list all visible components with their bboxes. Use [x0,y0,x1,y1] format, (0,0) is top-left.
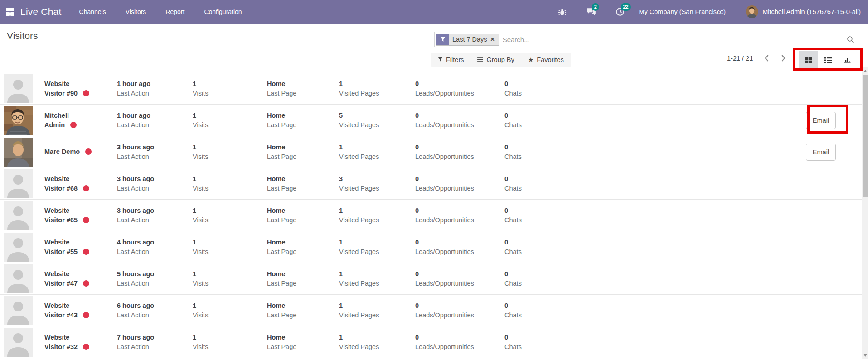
pager-next-icon[interactable] [781,54,786,62]
last-page-label: Last Page [267,215,339,225]
visitor-row[interactable]: Website Visitor #68 3 hours ago Last Act… [0,168,862,200]
group-by-label: Group By [486,56,514,63]
search-bar: Last 7 Days ✕ [434,32,859,47]
list-view-button[interactable] [818,51,838,69]
apps-menu-icon[interactable] [6,8,14,16]
visited-pages-label: Visited Pages [339,152,415,162]
menu-item-configuration[interactable]: Configuration [201,6,244,17]
last-action-label: Last Action [117,247,193,257]
last-page-label: Last Page [267,120,339,130]
visitor-row[interactable]: Website Visitor #32 7 hours ago Last Act… [0,326,862,358]
last-action-label: Last Action [117,215,193,225]
visitor-name-line1: Website [44,302,69,309]
last-action-cell: 3 hours ago Last Action [117,206,193,225]
leads-label: Leads/Opportunities [415,89,504,98]
leads-value: 0 [415,79,504,89]
visitor-name-line2: Visitor #55 [44,248,78,255]
menu-item-visitors[interactable]: Visitors [123,6,149,17]
group-by-button[interactable]: Group By [477,56,514,63]
control-panel: Visitors Last 7 Days ✕ Filters Group B [0,24,862,72]
debug-bug-icon[interactable] [557,7,567,17]
chats-value: 0 [504,301,862,311]
visited-pages-cell: 1 Visited Pages [339,301,415,320]
view-switcher [799,51,857,69]
last-action-value: 3 hours ago [117,174,193,184]
visitor-avatar [4,264,33,293]
last-action-cell: 3 hours ago Last Action [117,143,193,162]
user-menu[interactable]: Mitchell Admin (1576767-15-0-all) [762,8,861,15]
company-switcher[interactable]: My Company (San Francisco) [639,8,726,15]
scroll-down-arrow-icon[interactable] [863,354,867,357]
last-action-label: Last Action [117,184,193,193]
email-button[interactable]: Email [806,144,836,161]
leads-cell: 0 Leads/Opportunities [415,111,504,130]
scroll-up-arrow-icon[interactable] [863,70,867,72]
last-action-value: 4 hours ago [117,238,193,247]
favorites-button[interactable]: ★ Favorites [528,56,564,63]
visitor-row[interactable]: Website Visitor #47 5 hours ago Last Act… [0,263,862,295]
last-action-value: 1 hour ago [117,79,193,89]
messages-icon[interactable]: 2 [586,7,596,17]
visits-value: 1 [193,143,267,152]
visited-pages-label: Visited Pages [339,247,415,257]
visitor-avatar [4,106,33,135]
facet-remove-icon[interactable]: ✕ [490,36,495,43]
chats-value: 0 [504,174,862,184]
filters-label: Filters [446,56,464,63]
visitor-row[interactable]: Marc Demo 3 hours ago Last Action 1 Visi… [0,136,862,168]
visits-value: 1 [193,301,267,311]
visited-pages-label: Visited Pages [339,342,415,352]
leads-value: 0 [415,143,504,152]
favorites-label: Favorites [537,56,564,63]
app-brand[interactable]: Live Chat [20,6,62,17]
pager: 1-21 / 21 [727,54,786,62]
messages-badge: 2 [592,3,599,11]
pager-previous-icon[interactable] [764,54,770,62]
visitor-name-line1: Website [44,270,69,278]
chats-cell: 0 Chats [504,333,862,352]
visited-pages-cell: 1 Visited Pages [339,206,415,225]
user-avatar[interactable] [746,5,758,18]
last-action-label: Last Action [117,342,193,352]
graph-view-button[interactable] [838,51,857,69]
leads-label: Leads/Opportunities [415,311,504,320]
visits-value: 1 [193,79,267,89]
visitor-row[interactable]: Mitchell Admin 1 hour ago Last Action 1 … [0,105,862,136]
visitor-row[interactable]: Website Visitor #65 3 hours ago Last Act… [0,200,862,231]
menu-item-channels[interactable]: Channels [77,6,109,17]
search-icon[interactable] [847,36,854,43]
online-status-dot [83,249,89,255]
visitor-name-cell: Mitchell Admin [44,111,117,130]
visits-value: 1 [193,111,267,120]
visitor-row[interactable]: Website Visitor #55 4 hours ago Last Act… [0,231,862,263]
chats-cell: 0 Chats [504,301,862,320]
chats-label: Chats [504,342,862,352]
email-button[interactable]: Email [806,112,836,129]
visits-label: Visits [193,120,267,130]
visitor-name-cell: Marc Demo [44,147,117,157]
star-icon: ★ [528,56,534,63]
last-page-cell: Home Last Page [267,238,339,257]
chats-cell: 0 Chats [504,206,862,225]
chats-label: Chats [504,184,862,193]
visits-cell: 1 Visits [193,111,267,130]
kanban-view-button[interactable] [799,51,818,69]
visitor-row[interactable]: Website Visitor #90 1 hour ago Last Acti… [0,73,862,105]
online-status-dot [83,280,89,287]
scrollbar-thumb[interactable] [863,75,868,197]
visited-pages-cell: 1 Visited Pages [339,79,415,98]
vertical-scrollbar [862,67,868,359]
filters-button[interactable]: Filters [438,56,464,63]
visited-pages-cell: 5 Visited Pages [339,111,415,130]
chats-cell: 0 Chats [504,238,862,257]
visitor-row[interactable]: Website Visitor #43 6 hours ago Last Act… [0,295,862,326]
activities-clock-icon[interactable]: 22 [615,7,625,17]
last-action-cell: 1 hour ago Last Action [117,111,193,130]
visited-pages-cell: 1 Visited Pages [339,143,415,162]
menu-item-report[interactable]: Report [163,6,187,17]
leads-label: Leads/Opportunities [415,120,504,130]
last-action-value: 6 hours ago [117,301,193,311]
systray: 2 22 My Company (San Francisco) Mitchell… [538,5,861,18]
search-input[interactable] [499,36,847,43]
online-status-dot [83,344,89,350]
